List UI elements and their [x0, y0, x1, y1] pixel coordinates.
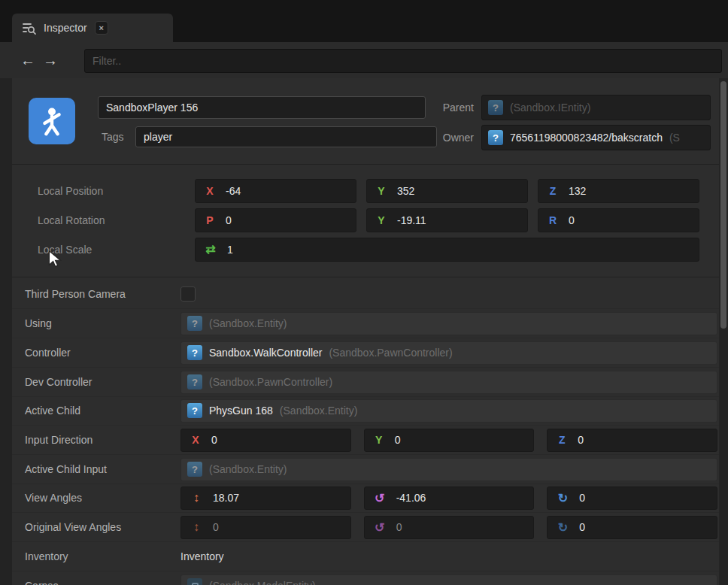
scale-field[interactable]: ⇄ 1 [195, 238, 699, 262]
entity-name-value: SandboxPlayer 156 [106, 102, 198, 114]
inspector-search-icon [21, 20, 36, 35]
rotation-pitch-field[interactable]: P 0 [195, 208, 356, 232]
position-x-value: -64 [226, 185, 241, 197]
inventory-value[interactable]: Inventory [180, 550, 224, 562]
model-icon [187, 578, 202, 585]
input-direction-y-field[interactable]: Y 0 [364, 429, 535, 452]
row-input-direction: Input Direction X 0 Y 0 Z 0 [12, 426, 719, 455]
active-child-input-placeholder: (Sandbox.Entity) [209, 463, 287, 475]
active-child-type: (Sandbox.Entity) [280, 405, 358, 417]
rotation-roll-value: 0 [569, 214, 575, 226]
tab-inspector[interactable]: Inspector × [12, 14, 173, 42]
position-y-field[interactable]: Y 352 [366, 179, 528, 203]
position-z-value: 132 [569, 185, 586, 197]
owner-type: (S [669, 132, 680, 144]
row-original-view-angles: Original View Angles ↕ 0 ↺ 0 ↻ 0 [12, 513, 719, 542]
parent-label: Parent [388, 95, 474, 120]
pitch-icon: ↕ [190, 491, 202, 505]
dev-controller-field[interactable]: ? (Sandbox.PawnController) [180, 371, 717, 394]
back-button[interactable]: ← [17, 42, 39, 78]
inspector-panel: SandboxPlayer 156 Tags player Parent ? (… [12, 78, 719, 585]
original-view-angles-yaw-field[interactable]: ↺ 0 [364, 516, 535, 539]
position-z-field[interactable]: Z 132 [538, 179, 699, 203]
local-scale-label: Local Scale [12, 244, 195, 256]
axis-r-label: R [548, 214, 558, 226]
vertical-scrollbar[interactable] [719, 78, 728, 585]
view-angles-yaw-value: -41.06 [396, 492, 426, 504]
original-view-angles-roll-field[interactable]: ↻ 0 [547, 516, 717, 539]
view-angles-roll-field[interactable]: ↻ 0 [547, 486, 717, 510]
row-corpse: Corpse (Sandbox.ModelEntity) [12, 571, 719, 585]
question-icon: ? [187, 403, 202, 418]
active-child-value: PhysGun 168 [209, 405, 273, 417]
rotation-yaw-field[interactable]: Y -19.11 [366, 208, 528, 232]
rotation-roll-field[interactable]: R 0 [538, 208, 699, 232]
active-child-field[interactable]: ? PhysGun 168 (Sandbox.Entity) [180, 399, 717, 423]
toolbar: ← → [0, 42, 728, 78]
owner-value: 76561198000823482/bakscratch [510, 132, 663, 144]
entity-name-field[interactable]: SandboxPlayer 156 [98, 96, 426, 119]
controller-field[interactable]: ? Sandbox.WalkController (Sandbox.PawnCo… [180, 341, 717, 365]
controller-label: Controller [12, 347, 180, 359]
original-view-angles-pitch-field[interactable]: ↕ 0 [180, 516, 351, 539]
row-local-scale: Local Scale ⇄ 1 [12, 235, 719, 264]
roll-icon: ↻ [557, 491, 569, 505]
controller-value: Sandbox.WalkController [209, 347, 322, 359]
input-direction-z-field[interactable]: Z 0 [547, 429, 717, 452]
scale-icon: ⇄ [205, 242, 217, 256]
local-rotation-label: Local Rotation [12, 214, 195, 226]
parent-placeholder: (Sandbox.IEntity) [510, 102, 590, 114]
view-angles-pitch-field[interactable]: ↕ 18.07 [180, 486, 351, 510]
view-angles-roll-value: 0 [579, 492, 585, 504]
tab-bar: Inspector × [0, 0, 728, 42]
person-icon [35, 104, 69, 138]
using-label: Using [12, 317, 180, 329]
corpse-placeholder: (Sandbox.ModelEntity) [209, 580, 316, 585]
input-direction-z-value: 0 [578, 434, 584, 446]
row-active-child-input: Active Child Input ? (Sandbox.Entity) [12, 455, 719, 484]
parent-field[interactable]: ? (Sandbox.IEntity) [481, 95, 711, 120]
view-angles-pitch-value: 18.07 [213, 492, 239, 504]
scrollbar-thumb[interactable] [720, 81, 726, 329]
row-view-angles: View Angles ↕ 18.07 ↺ -41.06 ↻ 0 [12, 483, 719, 513]
forward-button[interactable]: → [39, 42, 62, 78]
position-x-field[interactable]: X -64 [195, 179, 356, 203]
active-child-input-label: Active Child Input [12, 463, 180, 475]
active-child-input-field[interactable]: ? (Sandbox.Entity) [180, 458, 717, 481]
axis-y-label: Y [374, 434, 384, 446]
third-person-camera-checkbox[interactable] [180, 286, 196, 302]
axis-z-label: Z [557, 434, 567, 446]
original-view-angles-label: Original View Angles [12, 521, 180, 533]
axis-y-label: Y [376, 185, 387, 197]
roll-icon: ↻ [557, 520, 569, 535]
row-local-rotation: Local Rotation P 0 Y -19.11 R 0 [12, 205, 719, 235]
using-field[interactable]: ? (Sandbox.Entity) [180, 312, 717, 335]
input-direction-y-value: 0 [395, 434, 401, 446]
view-angles-label: View Angles [12, 492, 180, 504]
axis-z-label: Z [548, 185, 558, 197]
rotation-pitch-value: 0 [226, 214, 232, 226]
original-view-angles-roll-value: 0 [579, 521, 585, 533]
yaw-icon: ↺ [374, 491, 386, 505]
tab-close-icon[interactable]: × [95, 21, 108, 35]
view-angles-yaw-field[interactable]: ↺ -41.06 [364, 486, 535, 510]
position-y-value: 352 [397, 185, 414, 197]
filter-input[interactable] [84, 49, 722, 73]
divider [12, 277, 719, 277]
question-icon: ? [187, 345, 202, 360]
row-third-person-camera: Third Person Camera [12, 280, 719, 309]
question-icon: ? [488, 100, 503, 115]
player-entity-icon [29, 98, 75, 144]
row-using: Using ? (Sandbox.Entity) [12, 309, 719, 338]
row-active-child: Active Child ? PhysGun 168 (Sandbox.Enti… [12, 396, 719, 426]
axis-x-label: X [190, 434, 201, 446]
using-placeholder: (Sandbox.Entity) [209, 317, 287, 329]
input-direction-x-field[interactable]: X 0 [180, 429, 351, 452]
row-controller: Controller ? Sandbox.WalkController (San… [12, 338, 719, 368]
owner-field[interactable]: ? 76561198000823482/bakscratch (S [481, 125, 711, 150]
owner-label: Owner [388, 125, 474, 150]
corpse-field[interactable]: (Sandbox.ModelEntity) [180, 574, 717, 585]
rotation-yaw-value: -19.11 [397, 214, 426, 226]
tags-label: Tags [102, 126, 124, 147]
inventory-label: Inventory [12, 550, 180, 562]
